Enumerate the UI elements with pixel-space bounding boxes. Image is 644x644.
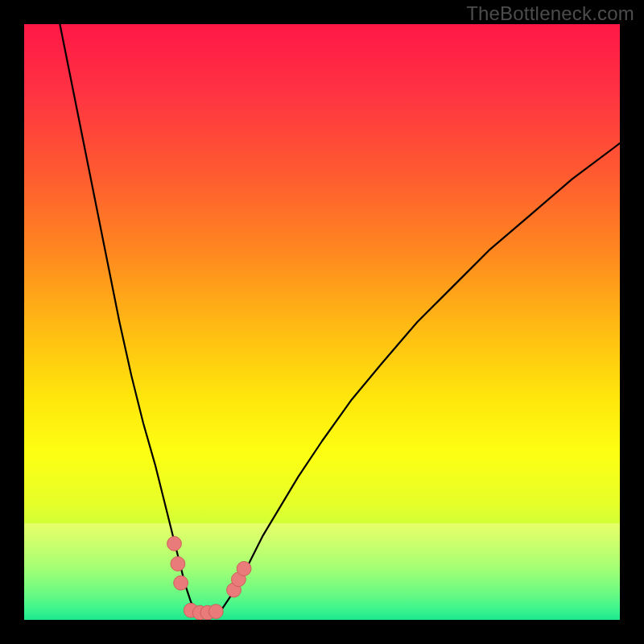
chart-frame: TheBottleneck.com	[0, 0, 644, 644]
curve-markers	[24, 24, 620, 620]
curve-marker	[174, 576, 188, 590]
curve-marker	[167, 536, 182, 551]
watermark-text: TheBottleneck.com	[466, 2, 634, 25]
plot-area	[24, 24, 620, 620]
curve-marker	[208, 605, 223, 619]
curve-marker	[237, 562, 251, 576]
curve-marker	[171, 557, 185, 572]
